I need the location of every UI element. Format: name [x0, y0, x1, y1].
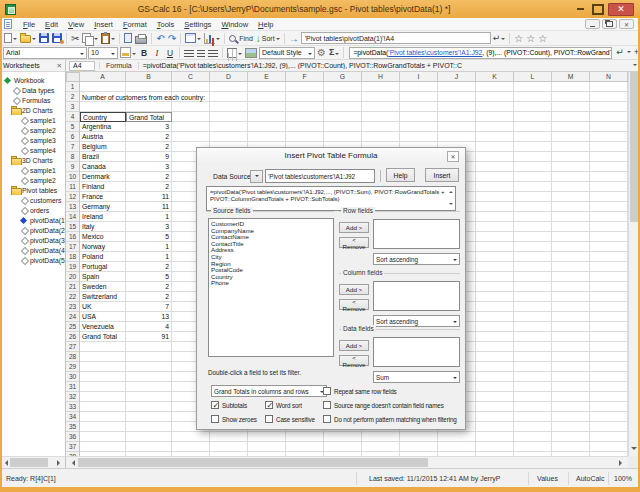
column-header-L[interactable]: L [514, 72, 552, 82]
scroll-down-icon[interactable] [449, 203, 453, 207]
row-header-22[interactable]: 22 [66, 292, 79, 302]
row-fields-add-button[interactable]: Add > [339, 222, 369, 233]
cell-B10[interactable]: 2 [126, 172, 172, 182]
cell-A24[interactable]: USA [80, 312, 126, 322]
bookmark-prev-button[interactable]: ☆ [525, 32, 536, 45]
cell-K8[interactable] [476, 152, 514, 162]
cell-A10[interactable]: Denmark [80, 172, 126, 182]
cell-A33[interactable] [80, 402, 126, 412]
cell-M4[interactable] [552, 112, 590, 122]
cell-C3[interactable] [172, 102, 210, 112]
panel-close-icon[interactable]: ✕ [57, 62, 62, 70]
dialog-title[interactable]: Insert Pivot Table Formula [197, 148, 465, 164]
column-fields-add-button[interactable]: Add > [339, 284, 369, 295]
cell-K22[interactable] [476, 292, 514, 302]
cell-N5[interactable] [590, 122, 628, 132]
sidebar-item-orders[interactable]: orders [0, 205, 65, 215]
cell-B12[interactable]: 11 [126, 192, 172, 202]
row-header-19[interactable]: 19 [66, 262, 79, 272]
cell-B28[interactable] [126, 352, 172, 362]
data-fields-select[interactable]: Sum [373, 371, 460, 383]
sidebar-item-sample1[interactable]: sample1 [0, 115, 65, 125]
underline-button[interactable]: U [164, 46, 176, 59]
cell-H4[interactable] [362, 112, 400, 122]
subtotals-checkbox[interactable] [211, 401, 219, 409]
row-header-23[interactable]: 23 [66, 302, 79, 312]
cell-L30[interactable] [514, 372, 552, 382]
autosum-button[interactable]: Σ [328, 46, 340, 59]
cell-N14[interactable] [590, 212, 628, 222]
scroll-left-icon[interactable] [69, 460, 75, 466]
cell-F3[interactable] [286, 102, 324, 112]
cell-M36[interactable] [552, 432, 590, 442]
row-header-28[interactable]: 28 [66, 352, 79, 362]
cell-M18[interactable] [552, 252, 590, 262]
cell-N17[interactable] [590, 242, 628, 252]
sidebar-item-2d-charts[interactable]: 2D Charts [0, 105, 65, 115]
row-header-12[interactable]: 12 [66, 192, 79, 202]
cell-L33[interactable] [514, 402, 552, 412]
cell-K33[interactable] [476, 402, 514, 412]
cell-M21[interactable] [552, 282, 590, 292]
row-fields-remove-button[interactable]: < Remove [339, 237, 369, 248]
column-header-A[interactable]: A [80, 72, 126, 82]
cell-M25[interactable] [552, 322, 590, 332]
cell-L7[interactable] [514, 142, 552, 152]
cell-N9[interactable] [590, 162, 628, 172]
menu-file[interactable]: File [18, 20, 40, 29]
cell-B7[interactable]: 2 [126, 142, 172, 152]
cell-J1[interactable] [438, 82, 476, 92]
cell-J36[interactable] [438, 432, 476, 442]
cell-E36[interactable] [248, 432, 286, 442]
row-header-17[interactable]: 17 [66, 242, 79, 252]
row-header-16[interactable]: 16 [66, 232, 79, 242]
cell-D3[interactable] [210, 102, 248, 112]
paste-button[interactable] [100, 32, 116, 45]
row-header-3[interactable]: 3 [66, 102, 79, 112]
row-header-5[interactable]: 5 [66, 122, 79, 132]
menu-edit[interactable]: Edit [40, 20, 63, 29]
column-fields-listbox[interactable] [373, 281, 460, 311]
cell-K26[interactable] [476, 332, 514, 342]
cell-N3[interactable] [590, 102, 628, 112]
new-document-button[interactable] [3, 32, 18, 45]
font-color-button[interactable] [119, 46, 137, 59]
mdi-restore-button[interactable] [602, 19, 617, 29]
cell-K28[interactable] [476, 352, 514, 362]
cell-A36[interactable] [80, 432, 126, 442]
cell-K4[interactable] [476, 112, 514, 122]
cell-N25[interactable] [590, 322, 628, 332]
case-sensitive-checkbox[interactable] [265, 415, 273, 423]
do-not-perform-pattern-matching-when-filtering-checkbox[interactable] [323, 415, 331, 423]
cell-J37[interactable] [438, 442, 476, 452]
cell-B14[interactable]: 1 [126, 212, 172, 222]
column-header-E[interactable]: E [248, 72, 286, 82]
source-field-address[interactable]: Address [209, 247, 333, 254]
cell-N16[interactable] [590, 232, 628, 242]
cell-M7[interactable] [552, 142, 590, 152]
row-header-32[interactable]: 32 [66, 392, 79, 402]
cell-K36[interactable] [476, 432, 514, 442]
cell-N20[interactable] [590, 272, 628, 282]
italic-button[interactable]: I [151, 46, 163, 59]
cell-N27[interactable] [590, 342, 628, 352]
row-header-31[interactable]: 31 [66, 382, 79, 392]
cell-N11[interactable] [590, 182, 628, 192]
cell-A29[interactable] [80, 362, 126, 372]
cell-A17[interactable]: Norway [80, 242, 126, 252]
cell-K21[interactable] [476, 282, 514, 292]
cell-J6[interactable] [438, 132, 476, 142]
cut-button[interactable]: ✂ [70, 32, 80, 45]
cell-A3[interactable] [80, 102, 126, 112]
cell-M23[interactable] [552, 302, 590, 312]
column-header-B[interactable]: B [126, 72, 172, 82]
cell-N34[interactable] [590, 412, 628, 422]
row-header-34[interactable]: 34 [66, 412, 79, 422]
cell-A14[interactable]: Ireland [80, 212, 126, 222]
cell-B33[interactable] [126, 402, 172, 412]
formula-range-link[interactable]: 'Pivot tables\customers'!A1:J92 [388, 49, 482, 56]
cell-A16[interactable]: Mexico [80, 232, 126, 242]
cell-B31[interactable] [126, 382, 172, 392]
cell-C4[interactable] [172, 112, 210, 122]
menu-settings[interactable]: Settings [179, 20, 216, 29]
